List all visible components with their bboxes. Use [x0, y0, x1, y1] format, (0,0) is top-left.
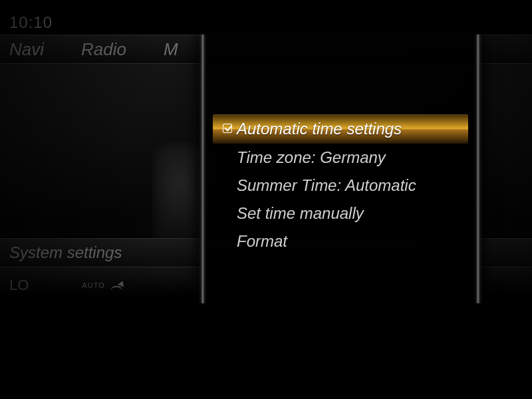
- tab-navi[interactable]: Navi: [9, 39, 44, 60]
- menu-item-label: Format: [237, 232, 459, 251]
- airflow-icon: [110, 279, 126, 291]
- breadcrumb-label: System settings: [9, 243, 122, 262]
- time-settings-list: Automatic time settings Time zone: Germa…: [213, 114, 468, 255]
- panel-border-right: [476, 35, 480, 303]
- clock: 10:10: [9, 13, 53, 32]
- tab-media[interactable]: M: [164, 39, 178, 60]
- menu-item-set-time-manually[interactable]: Set time manually: [213, 200, 468, 227]
- menu-item-label: Time zone: Germany: [237, 148, 459, 167]
- checkbox-checked-icon: [223, 124, 233, 134]
- menu-item-format[interactable]: Format: [213, 227, 468, 255]
- panel-border-left: [201, 35, 205, 303]
- checkbox-slot: [219, 124, 237, 134]
- climate-auto-label: AUTO: [82, 281, 104, 289]
- climate-temp-lo[interactable]: LO: [9, 277, 29, 294]
- tab-radio[interactable]: Radio: [81, 39, 126, 60]
- menu-item-label: Automatic time settings: [237, 120, 459, 138]
- climate-auto[interactable]: AUTO: [82, 279, 126, 291]
- menu-item-label: Set time manually: [237, 204, 459, 223]
- menu-item-summer-time[interactable]: Summer Time: Automatic: [213, 172, 468, 200]
- menu-item-label: Summer Time: Automatic: [237, 176, 459, 195]
- menu-item-time-zone[interactable]: Time zone: Germany: [213, 144, 468, 172]
- menu-item-automatic-time-settings[interactable]: Automatic time settings: [213, 114, 468, 144]
- time-settings-panel: Automatic time settings Time zone: Germa…: [201, 35, 480, 303]
- infotainment-screen: 10:10 Navi Radio M System settings LO AU…: [0, 0, 532, 399]
